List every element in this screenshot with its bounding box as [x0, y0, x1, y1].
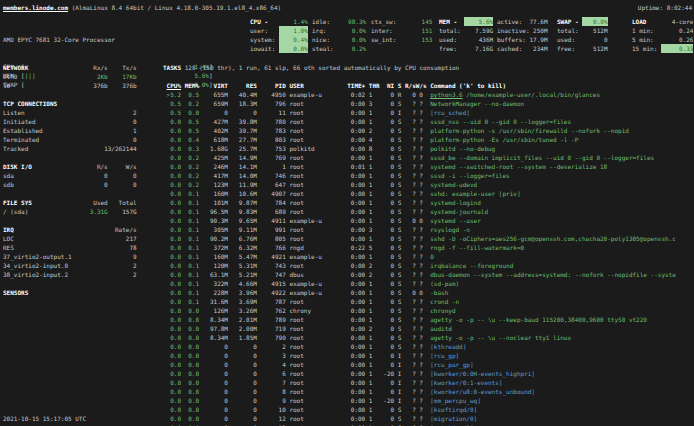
stat-value: 0.33: [661, 44, 694, 53]
sidebar-row: TCP CONNECTIONS: [3, 99, 137, 108]
process-row[interactable]: 0.00.1101M9.87M784 root0:00 10S?? system…: [163, 198, 676, 207]
header-line: members.linode.com (AlmaLinux 8.4 64bit …: [3, 3, 281, 12]
proc-read-rate: ?: [401, 198, 415, 207]
process-row[interactable]: 0.00.2417M14.0M746 root0:00 10S?? sssd -…: [163, 171, 676, 180]
proc-res: 40.4M: [228, 90, 257, 99]
process-row[interactable]: 0.00.1160M5.47M4921 example-u0:00 10S?? …: [163, 252, 676, 261]
stat-label: SWAP -: [557, 17, 582, 26]
proc-threads: 1: [365, 180, 379, 189]
process-row[interactable]: 0.00.196.5M9.83M689 root0:00 10S?? syste…: [163, 207, 676, 216]
proc-pid: 789: [257, 315, 286, 324]
process-row[interactable]: 0.00.0008 root0:00 10I?? [kworker/u8:0-e…: [163, 387, 676, 396]
process-row[interactable]: 0.00.00010 root0:00 10S?? [ksoftirqd/0]: [163, 405, 676, 414]
process-row[interactable]: 0.00.0009 root0:00 1-20I?? [mm_percpu_wq…: [163, 396, 676, 405]
process-row[interactable]: 0.00.08.34M1.85M790 root0:00 10S?? agett…: [163, 333, 676, 342]
proc-user: chrony: [286, 306, 326, 315]
process-row[interactable]: 0.00.1322M4.66M4915 example-u0:00 10S?? …: [163, 279, 676, 288]
process-row[interactable]: 0.00.131.6M3.69M787 root0:00 10S?? crond…: [163, 297, 676, 306]
process-row[interactable]: 0.00.0003 root0:00 10I?? [rcu_gp]: [163, 351, 676, 360]
process-row[interactable]: 0.00.08.34M2.01M789 root0:00 10S?? agett…: [163, 315, 676, 324]
sidebar-row-value-2: 2: [108, 108, 137, 117]
process-row[interactable]: 0.00.31.68G25.7M753 polkitd0:00 80S?? po…: [163, 144, 676, 153]
proc-read-rate: ?: [401, 279, 415, 288]
proc-virt: 0: [199, 378, 228, 387]
process-row[interactable]: 0.00.190.2M6.76M805 root0:00 10S?? sshd …: [163, 234, 676, 243]
stat-value: 17.9M: [530, 35, 548, 44]
process-row[interactable]: 0.00.0002 root0:00 10S?? [kthreadd]: [163, 342, 676, 351]
proc-time: 0:00: [326, 135, 366, 144]
stat-value: 512M: [582, 44, 607, 53]
proc-pid: 2: [257, 342, 286, 351]
terminal[interactable]: members.linode.com (AlmaLinux 8.4 64bit …: [0, 0, 694, 426]
process-table-header[interactable]: CPU%MEM%VIRTRESPID USERTIME+ THRNISR/sW/…: [163, 81, 506, 90]
stat-row: sw_int:153: [371, 35, 432, 44]
process-row[interactable]: 0.00.1228M3.96M4922 example-u0:00 10S00 …: [163, 288, 676, 297]
proc-virt: 228M: [199, 288, 228, 297]
process-row[interactable]: 0.00.5427M39.8M780 root0:00 10S?? sssd_n…: [163, 117, 676, 126]
proc-virt: 8.34M: [199, 315, 228, 324]
sidebar-row-label: TCP CONNECTIONS: [3, 99, 75, 108]
process-row[interactable]: 0.50.2659M18.3M796 root0:00 30S?? Networ…: [163, 99, 676, 108]
stat-label: irq:: [312, 26, 337, 35]
process-row[interactable]: 0.00.2123M11.9M647 root0:00 10S?? system…: [163, 180, 676, 189]
proc-write-rate: ?: [416, 342, 423, 351]
proc-time: 0:22: [326, 243, 366, 252]
stat-label: iowait:: [250, 44, 279, 53]
proc-time: 0:00: [326, 189, 366, 198]
proc-command: [rcu_gp]: [423, 351, 459, 360]
process-row[interactable]: 0.00.1120M5.31M743 root0:00 20S?? irqbal…: [163, 261, 676, 270]
process-row[interactable]: 0.00.097.8M2.00M719 root0:00 20S?? audit…: [163, 324, 676, 333]
proc-cpu-pct: 0.0: [163, 360, 181, 369]
proc-pid: 783: [257, 126, 286, 135]
proc-time: 0:00: [326, 306, 366, 315]
proc-command: sssd_be --domain implicit_files --uid 0 …: [423, 153, 654, 162]
process-row[interactable]: 0.00.2425M14.9M769 root0:00 10S?? sssd_b…: [163, 153, 676, 162]
proc-read-rate: ?: [401, 189, 415, 198]
process-row[interactable]: 0.00.00012 root0:00 10S?? [migration/0]: [163, 414, 676, 423]
process-row[interactable]: 0.00.2246M14.1M1 root0:01 10S?? systemd …: [163, 162, 676, 171]
col-header-mem-pct: MEM%: [181, 81, 199, 90]
process-row[interactable]: >5.20.5655M40.4M4950 example-u0:02 10R00…: [163, 90, 676, 99]
process-row[interactable]: 0.00.0126M3.26M762 chrony0:00 10S?? chro…: [163, 306, 676, 315]
proc-state: S: [394, 297, 401, 306]
proc-command: -bash: [423, 288, 448, 297]
proc-virt: 0: [199, 396, 228, 405]
proc-pid: 790: [257, 333, 286, 342]
process-row[interactable]: 0.00.1305M9.11M991 root0:00 30S?? rsyslo…: [163, 225, 676, 234]
process-row[interactable]: 0.00.163.1M5.21M747 dbus0:00 20S?? dbus-…: [163, 270, 676, 279]
sidebar-row-value-2: W/s: [108, 162, 137, 171]
proc-read-rate: 0: [401, 288, 415, 297]
proc-cpu-pct: 0.0: [163, 171, 181, 180]
process-row[interactable]: 0.00.1372M6.32M766 rngd0:22 50S?? rngd -…: [163, 243, 676, 252]
process-row[interactable]: 0.00.4618M27.7M803 root0:00 40S?? platfo…: [163, 135, 676, 144]
proc-res: 9.65M: [228, 216, 257, 225]
stat-row: active:77.6M: [497, 17, 548, 26]
stat-value: 0.2%: [337, 44, 366, 53]
proc-virt: 96.5M: [199, 207, 228, 216]
proc-res: 18.3M: [228, 99, 257, 108]
sidebar-row: lo376b376b: [3, 81, 137, 90]
proc-mem-pct: 0.0: [181, 414, 199, 423]
process-row[interactable]: 0.00.190.3M9.65M4911 example-u0:00 10S00…: [163, 216, 676, 225]
mem-panel: MEM -5.6%total:7.59Gused:436Mfree:7.16G: [439, 17, 493, 53]
process-row[interactable]: 0.00.0007 root0:00 10I?? [kworker/0:1-ev…: [163, 378, 676, 387]
hostname: members.linode.com: [3, 4, 68, 11]
proc-read-rate: ?: [401, 243, 415, 252]
proc-user: root: [286, 117, 326, 126]
proc-mem-pct: 0.1: [181, 234, 199, 243]
process-row[interactable]: 0.00.5402M39.7M783 root0:00 20S?? platfo…: [163, 126, 676, 135]
proc-cpu-pct: 0.0: [163, 270, 181, 279]
process-row[interactable]: 0.00.0006 root0:00 1-20I?? [kworker/0:0H…: [163, 369, 676, 378]
process-row[interactable]: 0.00.1160M10.6M4907 root0:00 10S?? sshd:…: [163, 189, 676, 198]
process-row[interactable]: 0.00.0004 root0:00 10I?? [rcu_par_gp]: [163, 360, 676, 369]
proc-cpu-pct: 0.0: [163, 405, 181, 414]
process-row[interactable]: 0.50.00011 root0:00 10I?? [rcu_sched]: [163, 108, 676, 117]
proc-threads: 2: [365, 270, 379, 279]
sidebar-row-value-2: 0: [108, 117, 137, 126]
proc-virt: 123M: [199, 180, 228, 189]
proc-threads: 1: [365, 216, 379, 225]
proc-time: 0:00: [326, 144, 366, 153]
proc-read-rate: ?: [401, 351, 415, 360]
proc-state: S: [394, 99, 401, 108]
sidebar-row-label: SENSORS: [3, 288, 75, 297]
